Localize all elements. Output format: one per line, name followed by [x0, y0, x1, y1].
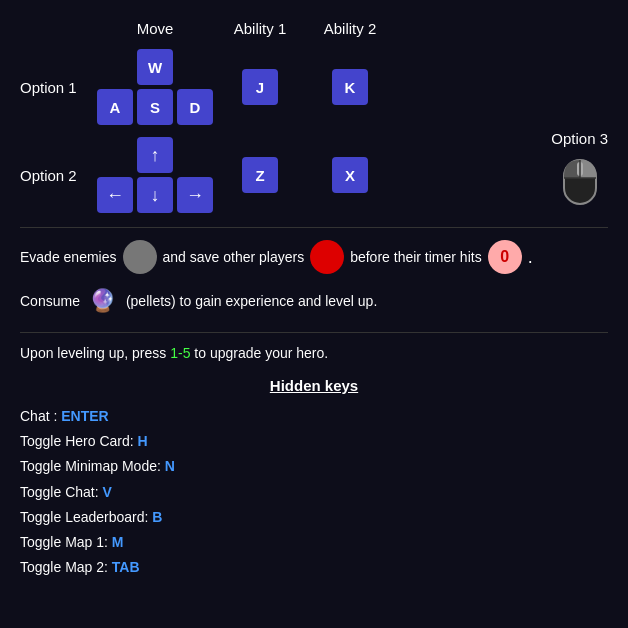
hidden-key-chat-toggle-value: V: [103, 484, 112, 500]
option2-ability1-group: Z: [210, 155, 310, 195]
option1-move-group: W A S D: [100, 47, 210, 127]
option3-area: Option 3: [551, 130, 608, 210]
key-k: K: [332, 69, 368, 105]
divider2: [20, 332, 608, 333]
hidden-key-leaderboard: Toggle Leaderboard: B: [20, 505, 608, 530]
hidden-key-map1-value: M: [112, 534, 124, 550]
hidden-keys-list: Chat : ENTER Toggle Hero Card: H Toggle …: [20, 404, 608, 580]
hidden-key-chat: Chat : ENTER: [20, 404, 608, 429]
consume-row: Consume 🔮 (pellets) to gain experience a…: [20, 284, 608, 318]
option1-label: Option 1: [20, 79, 100, 96]
option1-ability2-group: K: [310, 67, 390, 107]
consume-text1: Consume: [20, 293, 80, 309]
hidden-key-chat-value: ENTER: [61, 408, 108, 424]
hidden-key-map2-label: Toggle Map 2:: [20, 559, 112, 575]
hidden-key-map1-label: Toggle Map 1:: [20, 534, 112, 550]
divider1: [20, 227, 608, 228]
pellet-icon: 🔮: [86, 284, 120, 318]
option1-row: Option 1 W A S D J K: [20, 47, 608, 127]
key-w: W: [137, 49, 173, 85]
mouse-icon: [558, 152, 602, 210]
timer-zero: 0: [488, 240, 522, 274]
key-right: →: [177, 177, 213, 213]
hidden-key-hero: Toggle Hero Card: H: [20, 429, 608, 454]
header-ability2: Ability 2: [310, 20, 390, 37]
hidden-key-minimap-label: Toggle Minimap Mode:: [20, 458, 165, 474]
column-headers: Move Ability 1 Ability 2: [20, 20, 608, 37]
hidden-key-chat-toggle: Toggle Chat: V: [20, 480, 608, 505]
hidden-key-chat-toggle-label: Toggle Chat:: [20, 484, 103, 500]
hidden-key-minimap-value: N: [165, 458, 175, 474]
hidden-key-chat-label: Chat :: [20, 408, 61, 424]
hidden-key-minimap: Toggle Minimap Mode: N: [20, 454, 608, 479]
option3-label: Option 3: [551, 130, 608, 147]
hidden-key-map2: Toggle Map 2: TAB: [20, 555, 608, 580]
enemy-circle: [123, 240, 157, 274]
levelup-text2: to upgrade your hero.: [190, 345, 328, 361]
levelup-text1: Upon leveling up, press: [20, 345, 170, 361]
key-s: S: [137, 89, 173, 125]
hidden-keys-title: Hidden keys: [20, 377, 608, 394]
evade-dot: .: [528, 247, 533, 268]
option2-label: Option 2: [20, 167, 100, 184]
levelup-row: Upon leveling up, press 1-5 to upgrade y…: [20, 345, 608, 361]
key-up: ↑: [137, 137, 173, 173]
header-ability1: Ability 1: [210, 20, 310, 37]
hidden-key-leaderboard-value: B: [152, 509, 162, 525]
key-j: J: [242, 69, 278, 105]
option2-row: Option 2 ↑ ← ↓ → Z X: [20, 135, 608, 215]
option1-ability1-group: J: [210, 67, 310, 107]
consume-text2: (pellets) to gain experience and level u…: [126, 293, 377, 309]
hidden-key-map1: Toggle Map 1: M: [20, 530, 608, 555]
key-d: D: [177, 89, 213, 125]
hidden-key-leaderboard-label: Toggle Leaderboard:: [20, 509, 152, 525]
key-z: Z: [242, 157, 278, 193]
key-x: X: [332, 157, 368, 193]
evade-row: Evade enemies and save other players bef…: [20, 240, 608, 274]
player-circle: [310, 240, 344, 274]
evade-text3: before their timer hits: [350, 249, 482, 265]
evade-text2: and save other players: [163, 249, 305, 265]
evade-text1: Evade enemies: [20, 249, 117, 265]
key-down: ↓: [137, 177, 173, 213]
option2-ability2-group: X: [310, 155, 390, 195]
hidden-key-hero-label: Toggle Hero Card:: [20, 433, 138, 449]
header-move: Move: [100, 20, 210, 37]
hidden-key-hero-value: H: [138, 433, 148, 449]
option2-move-group: ↑ ← ↓ →: [100, 135, 210, 215]
hidden-key-map2-value: TAB: [112, 559, 140, 575]
key-a: A: [97, 89, 133, 125]
levelup-keys: 1-5: [170, 345, 190, 361]
key-left: ←: [97, 177, 133, 213]
